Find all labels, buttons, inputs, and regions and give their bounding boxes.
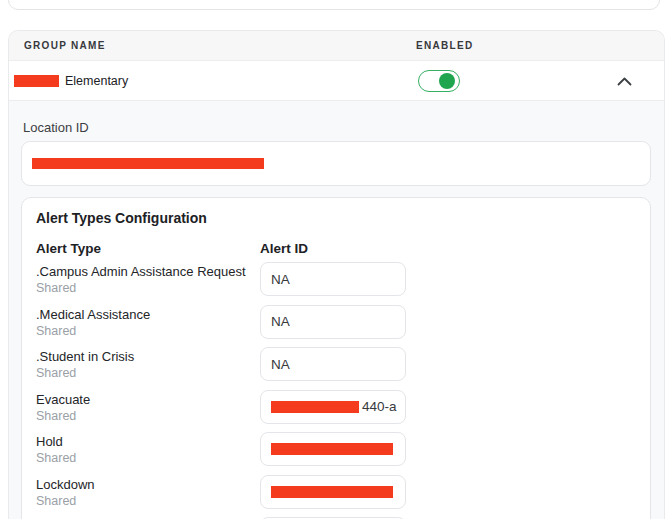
alert-type-name: Evacuate	[36, 391, 260, 408]
location-id-label: Location ID	[23, 120, 89, 135]
alert-type-name: Lockdown	[36, 476, 260, 493]
alert-id-input[interactable]	[260, 432, 406, 466]
alert-types-card: Alert Types Configuration Alert Type Ale…	[21, 197, 651, 519]
alert-id-input[interactable]: NA	[260, 305, 406, 339]
location-id-redaction	[32, 158, 264, 169]
group-name-column-header: GROUP NAME	[24, 40, 106, 51]
alert-row: .Medical Assistance Shared NA	[36, 305, 636, 339]
alert-row: Lockdown Shared	[36, 475, 636, 509]
alert-id-input[interactable]: NA	[260, 262, 406, 296]
group-name-redaction	[14, 75, 59, 87]
alert-id-value: NA	[271, 314, 290, 329]
alert-row: Hold Shared	[36, 432, 636, 466]
top-input-partial[interactable]	[8, 0, 660, 10]
alert-type-scope: Shared	[36, 280, 260, 296]
alert-id-input[interactable]: NA	[260, 347, 406, 381]
screen: GROUP NAME ENABLED Elementary Location I…	[0, 0, 670, 519]
alert-type-cell: .Student in Crisis Shared	[36, 347, 260, 381]
enabled-column-header: ENABLED	[416, 40, 473, 51]
alert-type-scope: Shared	[36, 365, 260, 381]
group-table-header: GROUP NAME ENABLED	[9, 31, 664, 61]
alert-type-name: .Medical Assistance	[36, 306, 260, 323]
group-detail: Location ID Alert Types Configuration Al…	[9, 101, 664, 519]
alert-type-scope: Shared	[36, 323, 260, 339]
alert-type-name: .Campus Admin Assistance Request	[36, 263, 260, 280]
alert-type-column-header: Alert Type	[36, 240, 260, 257]
alert-id-value: 440-a	[362, 399, 397, 414]
group-row[interactable]: Elementary	[9, 61, 664, 101]
alert-id-redaction	[271, 443, 393, 455]
alert-type-cell: Lockdown Shared	[36, 475, 260, 509]
alert-type-scope: Shared	[36, 408, 260, 424]
toggle-knob	[439, 73, 455, 89]
location-id-input[interactable]	[21, 141, 651, 186]
alert-type-scope: Shared	[36, 450, 260, 466]
alert-id-value: NA	[271, 272, 290, 287]
alert-table-header: Alert Type Alert ID	[36, 240, 636, 257]
enabled-toggle[interactable]	[418, 70, 460, 92]
alert-rows: .Campus Admin Assistance Request Shared …	[36, 262, 636, 519]
alert-config-title: Alert Types Configuration	[36, 209, 636, 227]
alert-type-cell: .Medical Assistance Shared	[36, 305, 260, 339]
alert-type-cell: Hold Shared	[36, 432, 260, 466]
alert-id-input[interactable]	[260, 475, 406, 509]
alert-row: .Student in Crisis Shared NA	[36, 347, 636, 381]
alert-type-name: Hold	[36, 433, 260, 450]
group-name: Elementary	[65, 74, 128, 88]
group-card: GROUP NAME ENABLED Elementary Location I…	[8, 30, 665, 519]
alert-row: Evacuate Shared 440-a	[36, 390, 636, 424]
alert-type-name: .Student in Crisis	[36, 348, 260, 365]
alert-type-scope: Shared	[36, 493, 260, 509]
chevron-up-icon[interactable]	[617, 77, 632, 86]
alert-type-cell: .Campus Admin Assistance Request Shared	[36, 262, 260, 296]
alert-id-redaction	[271, 486, 393, 498]
alert-id-value: NA	[271, 357, 290, 372]
alert-row: .Campus Admin Assistance Request Shared …	[36, 262, 636, 296]
alert-type-cell: Evacuate Shared	[36, 390, 260, 424]
alert-id-input[interactable]: 440-a	[260, 390, 406, 424]
alert-id-redaction	[271, 401, 359, 413]
alert-id-column-header: Alert ID	[260, 240, 406, 257]
